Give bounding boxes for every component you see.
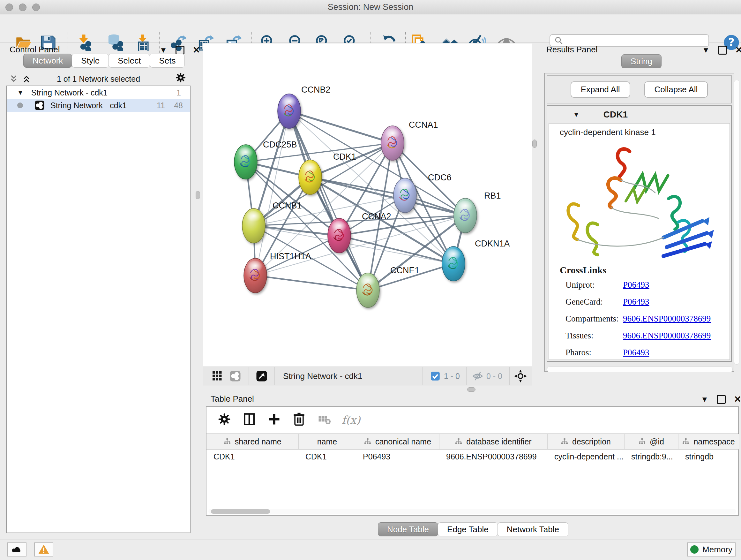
crosslink-link[interactable]: P06493	[623, 348, 650, 358]
table-options-gear-icon[interactable]	[217, 412, 231, 428]
column-header-namespace[interactable]: namespace	[678, 434, 739, 449]
results-panel-collapse-icon[interactable]: ▼	[702, 46, 710, 55]
results-horizontal-scrollbar[interactable]	[547, 367, 733, 372]
results-panel-float-icon[interactable]	[718, 46, 727, 55]
crosslink-link[interactable]: P06493	[623, 280, 650, 290]
table-scrollbar-thumb[interactable]	[211, 509, 270, 514]
node-table[interactable]: shared namenamecanonical namedatabase id…	[206, 434, 739, 463]
collapse-all-button[interactable]: Collapse All	[644, 81, 708, 98]
network-node-RB1[interactable]	[454, 198, 477, 233]
gene-section: ▼ CDK1 cyclin-dependent kinase 1	[547, 105, 732, 362]
column-header-id[interactable]: @id	[624, 434, 678, 449]
tab-select[interactable]: Select	[109, 54, 150, 68]
network-options-gear-icon[interactable]	[175, 72, 186, 84]
node-label-CDC6: CDC6	[428, 173, 452, 182]
selected-checkbox-icon[interactable]	[430, 371, 440, 381]
add-column-icon[interactable]	[267, 412, 281, 428]
results-panel-close-icon[interactable]: ✕	[735, 45, 741, 55]
bottom-splitter-grip[interactable]	[467, 387, 475, 392]
table-panel-float-icon[interactable]	[717, 395, 726, 404]
expand-all-button[interactable]: Expand All	[570, 81, 630, 98]
network-node-CDC6[interactable]	[394, 178, 416, 212]
table-panel-close-icon[interactable]: ✕	[734, 394, 741, 405]
network-overview-icon[interactable]	[229, 370, 241, 382]
table-panel-collapse-icon[interactable]: ▼	[701, 395, 709, 404]
network-collection-row[interactable]: ▼ String Network - cdk1 1	[7, 86, 190, 99]
network-node-CDKN1A[interactable]	[442, 246, 465, 281]
table-cell[interactable]: stringdb	[678, 449, 739, 463]
protein-structure-image	[550, 138, 729, 265]
memory-label: Memory	[702, 545, 732, 555]
tab-style[interactable]: Style	[72, 54, 109, 68]
tab-string[interactable]: String	[621, 54, 662, 68]
column-header-shared-name[interactable]: shared name	[206, 434, 298, 449]
network-node-HIST1H1A[interactable]	[244, 258, 267, 293]
crosslink-link[interactable]: P06493	[623, 297, 650, 307]
network-row-label: String Network - cdk1	[51, 101, 127, 110]
network-node-CCNE1[interactable]	[356, 273, 380, 307]
crosslink-row: Compartments:9606.ENSP00000378699	[560, 314, 711, 324]
table-cell[interactable]: P06493	[356, 449, 439, 463]
network-edge[interactable]	[255, 111, 289, 275]
network-graph[interactable]: CCNB2 CCNA1 CDC25B CDK1	[203, 44, 532, 367]
crosslink-link[interactable]: 9606.ENSP00000378699	[623, 331, 711, 341]
table-horizontal-scrollbar[interactable]	[208, 509, 736, 514]
tab-edge-table[interactable]: Edge Table	[438, 522, 498, 537]
network-node-CDK1[interactable]	[299, 160, 322, 194]
cloud-status-button[interactable]	[7, 543, 26, 557]
import-table-icon[interactable]	[134, 34, 151, 51]
gene-section-collapse-icon[interactable]: ▼	[573, 111, 580, 119]
column-header-database-identifier[interactable]: database identifier	[439, 434, 547, 449]
network-edge[interactable]	[255, 275, 368, 290]
crosslink-label: Pharos:	[560, 348, 623, 358]
column-header-name[interactable]: name	[298, 434, 356, 449]
status-bar: Memory	[0, 540, 741, 560]
column-header-canonical-name[interactable]: canonical name	[356, 434, 439, 449]
search-input[interactable]	[567, 36, 709, 45]
tab-network[interactable]: Network	[23, 54, 72, 68]
network-edge[interactable]	[289, 111, 393, 143]
table-cell[interactable]: CDK1	[206, 449, 298, 463]
results-vertical-scrollbar[interactable]	[734, 80, 739, 365]
collection-expand-icon[interactable]: ▼	[17, 89, 23, 97]
network-node-CCNA2[interactable]	[328, 219, 351, 253]
network-canvas[interactable]: CCNB2 CCNA1 CDC25B CDK1	[203, 43, 532, 367]
network-node-CDC25B[interactable]	[234, 145, 257, 179]
table-cell[interactable]: cyclin-dependent ...	[547, 449, 624, 463]
table-row[interactable]: CDK1CDK1P064939606.ENSP00000378699cyclin…	[206, 449, 739, 463]
import-network-icon[interactable]	[75, 34, 93, 51]
warning-icon	[38, 544, 50, 555]
table-cell[interactable]: stringdb:9...	[624, 449, 678, 463]
crosslink-label: Tissues:	[560, 331, 623, 341]
memory-button[interactable]: Memory	[687, 543, 736, 557]
left-splitter-grip[interactable]	[196, 191, 200, 199]
table-cell[interactable]: 9606.ENSP00000378699	[439, 449, 547, 463]
network-node-CCNB1[interactable]	[242, 208, 265, 243]
hidden-eye-icon[interactable]	[472, 371, 483, 381]
control-panel-float-icon[interactable]	[176, 46, 185, 55]
crosslink-link[interactable]: 9606.ENSP00000378699	[623, 314, 711, 324]
delete-column-icon[interactable]	[292, 412, 306, 428]
right-splitter-grip[interactable]	[532, 139, 537, 148]
birdseye-view-icon[interactable]	[256, 370, 267, 382]
fit-selection-crosshair-icon[interactable]	[514, 370, 527, 382]
network-list: ▼ String Network - cdk1 1 String Network…	[6, 85, 191, 533]
network-node-CCNA1[interactable]	[381, 126, 404, 160]
control-panel-collapse-icon[interactable]: ▼	[159, 46, 167, 55]
import-network-from-database-icon[interactable]	[106, 34, 124, 51]
tab-sets[interactable]: Sets	[150, 54, 185, 68]
warnings-button[interactable]	[34, 543, 53, 557]
network-row-selected[interactable]: String Network - cdk1 11 48	[7, 99, 190, 112]
collection-label: String Network - cdk1	[31, 88, 108, 98]
table-cell[interactable]: CDK1	[298, 449, 356, 463]
crosslink-label: Compartments:	[560, 314, 623, 324]
grid-view-icon[interactable]	[212, 370, 223, 382]
network-node-CCNB2[interactable]	[278, 94, 300, 128]
node-label-CCNA1: CCNA1	[409, 120, 438, 130]
control-panel-close-icon[interactable]: ✕	[193, 45, 200, 55]
show-columns-icon[interactable]	[242, 412, 256, 428]
column-header-description[interactable]: description	[547, 434, 624, 449]
tab-node-table[interactable]: Node Table	[378, 522, 438, 537]
tab-network-table[interactable]: Network Table	[497, 522, 568, 537]
control-panel-title: Control Panel	[10, 45, 60, 55]
